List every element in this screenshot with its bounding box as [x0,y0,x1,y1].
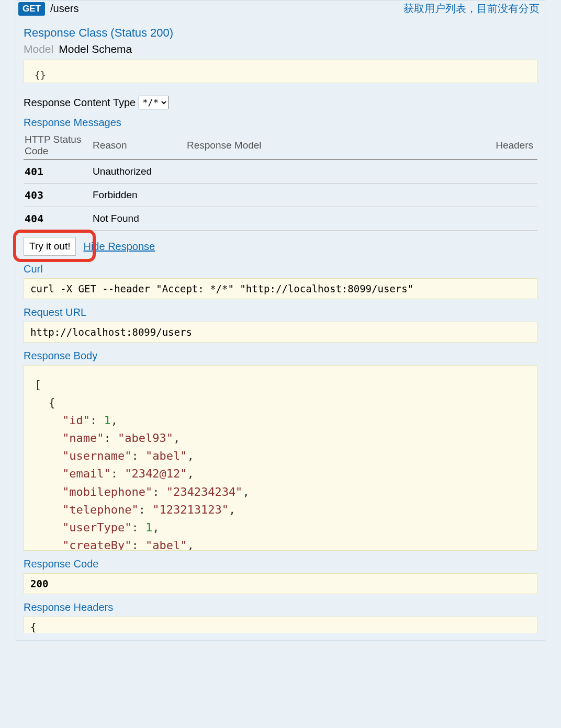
reason-cell: Forbidden [92,184,186,207]
operation-summary: 获取用户列表，目前没有分页 [403,2,543,16]
col-http-status: HTTP Status Code [24,132,92,160]
tab-model-schema[interactable]: Model Schema [59,43,137,55]
table-row: 401Unauthorized [24,160,537,184]
response-content-type-select[interactable]: */* [139,96,169,109]
model-cell [186,184,414,207]
reason-cell: Not Found [92,207,186,231]
reason-cell: Unauthorized [92,160,186,184]
response-messages-title: Response Messages [24,117,537,129]
response-content-type-row: Response Content Type */* [24,96,537,109]
response-headers-box: { [24,617,537,633]
curl-command-box: curl -X GET --header "Accept: */*" "http… [24,278,537,299]
response-body-box: [ { "id": 1, "name": "abel93", "username… [24,365,537,551]
schema-tabs: Model Model Schema [24,43,537,55]
model-cell [186,160,414,184]
headers-cell [414,160,537,184]
headers-cell [414,184,537,207]
curl-title: Curl [24,263,537,275]
response-class-title: Response Class (Status 200) [24,26,537,40]
model-schema-box[interactable]: {} [24,60,537,83]
operation-content: Response Class (Status 200) Model Model … [16,18,545,640]
model-cell [186,207,414,231]
response-code-title: Response Code [24,558,537,570]
http-method-badge: GET [18,2,45,16]
operation-header[interactable]: GET /users 获取用户列表，目前没有分页 [16,1,545,18]
api-operation-panel: GET /users 获取用户列表，目前没有分页 Response Class … [16,0,545,641]
table-row: 404Not Found [24,207,537,231]
hide-response-link[interactable]: Hide Response [83,241,155,253]
response-headers-title: Response Headers [24,601,537,613]
response-messages-table: HTTP Status Code Reason Response Model H… [24,132,537,231]
status-code-cell: 403 [24,184,92,207]
col-headers: Headers [414,132,537,160]
table-header-row: HTTP Status Code Reason Response Model H… [24,132,537,160]
col-response-model: Response Model [186,132,414,160]
headers-cell [414,207,537,231]
try-action-row: Try it out! Hide Response [24,237,537,256]
try-it-out-button[interactable]: Try it out! [24,237,76,256]
tab-model[interactable]: Model [24,43,59,55]
endpoint-path: /users [50,3,78,15]
status-code-cell: 404 [24,207,92,231]
request-url-title: Request URL [24,306,537,318]
response-content-type-label: Response Content Type [24,97,136,109]
col-reason: Reason [92,132,186,160]
response-code-box: 200 [24,573,537,594]
table-row: 403Forbidden [24,184,537,207]
response-body-title: Response Body [24,350,537,362]
request-url-box: http://localhost:8099/users [24,322,537,343]
status-code-cell: 401 [24,160,92,184]
